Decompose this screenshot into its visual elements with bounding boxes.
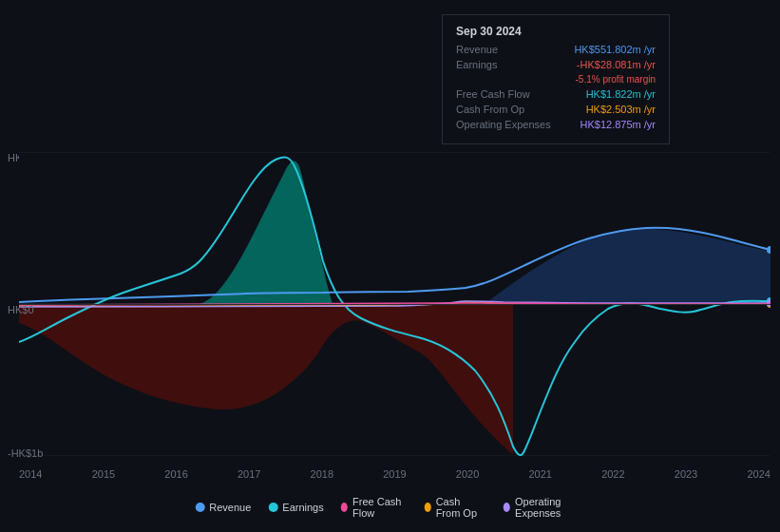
- tooltip-fcf-label: Free Cash Flow: [456, 88, 561, 100]
- legend-label-revenue: Revenue: [209, 502, 251, 513]
- legend-earnings[interactable]: Earnings: [268, 502, 323, 513]
- tooltip-cashop-value: HK$2.503m /yr: [586, 104, 656, 115]
- legend-label-earnings: Earnings: [282, 502, 323, 513]
- tooltip-revenue-value: HK$551.802m /yr: [574, 44, 656, 55]
- x-label-2015: 2015: [92, 468, 115, 480]
- legend-dot-opex: [504, 503, 510, 512]
- x-label-2024: 2024: [747, 468, 770, 480]
- legend-dot-revenue: [195, 503, 204, 512]
- tooltip-earnings-value: -HK$28.081m /yr: [577, 59, 656, 70]
- legend-label-fcf: Free Cash Flow: [352, 496, 407, 519]
- x-axis-labels: 2014 2015 2016 2017 2018 2019 2020 2021 …: [19, 468, 770, 480]
- tooltip-revenue-row: Revenue HK$551.802m /yr: [456, 44, 656, 55]
- tooltip-earnings-label: Earnings: [456, 59, 561, 70]
- chart-container: Sep 30 2024 Revenue HK$551.802m /yr Earn…: [0, 0, 780, 532]
- legend-fcf[interactable]: Free Cash Flow: [341, 496, 408, 519]
- legend-dot-cashop: [424, 503, 430, 512]
- zero-gridline: [19, 304, 770, 305]
- x-label-2021: 2021: [528, 468, 551, 480]
- chart-legend: Revenue Earnings Free Cash Flow Cash Fro…: [195, 496, 585, 519]
- tooltip-cashop-label: Cash From Op: [456, 104, 561, 115]
- tooltip-earnings-sub-row: -5.1% profit margin: [456, 74, 656, 85]
- tooltip-opex-label: Operating Expenses: [456, 119, 561, 130]
- x-label-2016: 2016: [164, 468, 187, 480]
- y-axis-zero-label: HK$0: [8, 304, 34, 315]
- tooltip-opex-value: HK$12.875m /yr: [580, 119, 656, 130]
- x-label-2014: 2014: [19, 468, 42, 480]
- legend-opex[interactable]: Operating Expenses: [504, 496, 585, 519]
- x-label-2023: 2023: [675, 468, 697, 480]
- x-label-2020: 2020: [456, 468, 479, 480]
- tooltip-fcf-row: Free Cash Flow HK$1.822m /yr: [456, 88, 656, 100]
- legend-label-cashop: Cash From Op: [436, 496, 486, 519]
- x-label-2022: 2022: [601, 468, 624, 480]
- tooltip-revenue-label: Revenue: [456, 44, 561, 55]
- legend-dot-fcf: [341, 503, 348, 512]
- tooltip-opex-row: Operating Expenses HK$12.875m /yr: [456, 119, 656, 130]
- x-label-2017: 2017: [238, 468, 260, 480]
- tooltip-earnings-sub: -5.1% profit margin: [576, 74, 656, 85]
- legend-label-opex: Operating Expenses: [515, 496, 585, 519]
- tooltip-earnings-row: Earnings -HK$28.081m /yr: [456, 59, 656, 70]
- tooltip-cashop-row: Cash From Op HK$2.503m /yr: [456, 104, 656, 115]
- x-label-2019: 2019: [383, 468, 406, 480]
- y-axis-bottom-label: -HK$1b: [8, 447, 43, 459]
- tooltip-fcf-value: HK$1.822m /yr: [586, 88, 656, 100]
- legend-cashop[interactable]: Cash From Op: [424, 496, 485, 519]
- x-label-2018: 2018: [311, 468, 333, 480]
- tooltip-box: Sep 30 2024 Revenue HK$551.802m /yr Earn…: [442, 14, 670, 144]
- tooltip-date: Sep 30 2024: [456, 25, 656, 38]
- legend-dot-earnings: [268, 503, 277, 512]
- legend-revenue[interactable]: Revenue: [195, 502, 251, 513]
